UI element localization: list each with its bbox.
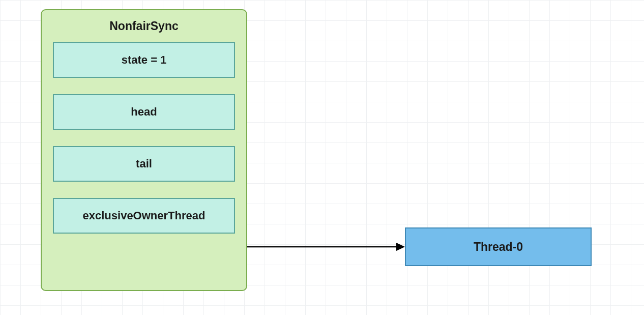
field-exclusive-owner-thread: exclusiveOwnerThread bbox=[53, 198, 235, 234]
field-head: head bbox=[53, 94, 235, 130]
svg-marker-1 bbox=[396, 243, 405, 251]
field-state: state = 1 bbox=[53, 42, 235, 78]
thread-box: Thread-0 bbox=[405, 227, 592, 266]
arrow-owner-to-thread bbox=[247, 239, 410, 254]
nonfair-sync-box: NonfairSync state = 1 head tail exclusiv… bbox=[41, 9, 247, 291]
field-tail: tail bbox=[53, 146, 235, 182]
sync-title: NonfairSync bbox=[53, 19, 235, 33]
